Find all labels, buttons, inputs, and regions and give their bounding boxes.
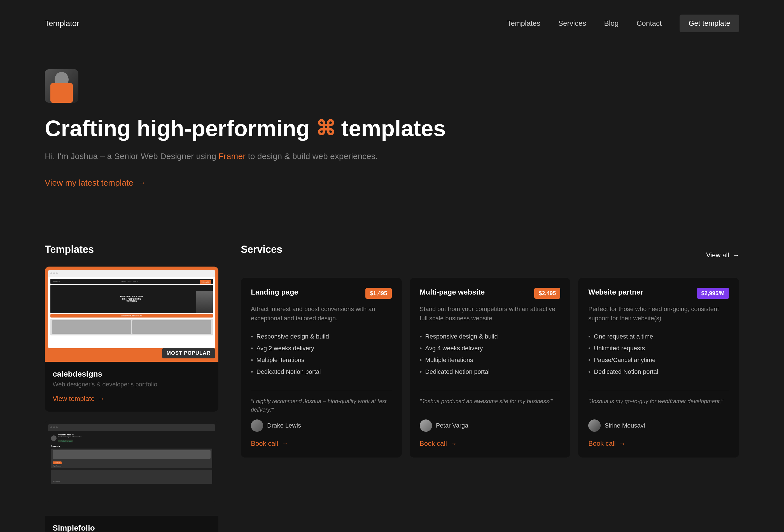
- testimonial-name-0: Drake Lewis: [267, 422, 301, 429]
- service-feature-0-0: Responsive design & build: [251, 331, 392, 342]
- testimonial-text-1: "Joshua produced an awesome site for my …: [420, 397, 561, 414]
- service-feature-0-3: Dedicated Notion portal: [251, 366, 392, 378]
- view-template-button-0[interactable]: View template →: [53, 395, 211, 403]
- dark-project-img-1: [53, 450, 211, 459]
- mini-dot-6: [56, 426, 58, 428]
- services-section: Services View all → Landing page $1,495 …: [241, 244, 739, 532]
- dark-profile-name: Vincent Moore: [58, 433, 82, 436]
- template-card-1: Vincent Moore Product Designer & Framer …: [45, 421, 218, 532]
- template-name-0: calebdesigns: [53, 370, 211, 379]
- view-all-button[interactable]: View all →: [706, 251, 739, 259]
- nav-link-services[interactable]: Services: [558, 19, 586, 28]
- book-call-label-0: Book call: [251, 440, 278, 447]
- service-desc-0: Attract interest and boost conversions w…: [251, 304, 392, 323]
- template-info-1: Simplefolio Creative freelancer portfoli…: [45, 516, 218, 532]
- service-divider-0: [251, 390, 392, 390]
- mini-dot-5: [53, 426, 55, 428]
- book-call-button-1[interactable]: Book call →: [420, 440, 561, 447]
- book-call-button-0[interactable]: Book call →: [251, 440, 392, 447]
- mini-browser-content-0: calebdesign Benefits Pricing Projects Ge…: [48, 277, 215, 348]
- view-all-arrow: →: [732, 251, 739, 259]
- services-grid: Landing page $1,495 Attract interest and…: [241, 278, 739, 457]
- template-info-0: calebdesigns Web designer's & developer'…: [45, 362, 218, 412]
- hero-subtitle-part2: to design & build web experiences.: [246, 151, 378, 161]
- hero-cta-button[interactable]: View my latest template →: [45, 178, 739, 188]
- template-preview-inner-0: calebdesign Benefits Pricing Projects Ge…: [45, 267, 218, 362]
- testimonial-author-2: Sirine Mousavi: [588, 419, 729, 432]
- avatar-face-2: [588, 419, 600, 432]
- service-feature-2-3: Dedicated Notion portal: [588, 366, 729, 378]
- hero-title-part1: Crafting high-performing: [45, 116, 310, 141]
- book-call-label-1: Book call: [420, 440, 447, 447]
- mini-browser-bar-0: [48, 270, 215, 277]
- testimonial-avatar-1: [420, 419, 432, 432]
- dark-profile-area: Vincent Moore Product Designer & Framer …: [51, 433, 212, 443]
- nav-link-templates[interactable]: Templates: [507, 19, 540, 28]
- avatar-body: [50, 83, 73, 103]
- avatar: [45, 69, 78, 103]
- hero-section: Crafting high-performing ⌘ templates Hi,…: [0, 47, 784, 221]
- view-template-arrow-0: →: [98, 395, 105, 403]
- mini-browser-1: Vincent Moore Product Designer & Framer …: [48, 424, 215, 502]
- testimonial-name-2: Sirine Mousavi: [605, 422, 645, 429]
- price-badge-0: $1,495: [365, 288, 391, 299]
- site-logo[interactable]: Templator: [45, 19, 79, 28]
- templates-grid: calebdesign Benefits Pricing Projects Ge…: [45, 267, 218, 532]
- main-content: Templates calebd: [0, 221, 784, 532]
- mini-browser-bar-1: [48, 424, 215, 431]
- framer-link[interactable]: Framer: [218, 151, 246, 161]
- get-template-button[interactable]: Get template: [679, 15, 739, 32]
- price-badge-1: $2,495: [534, 288, 560, 299]
- service-card-1: Multi-page website $2,495 Stand out from…: [410, 278, 571, 457]
- service-feature-1-1: Avg 4 weeks delivery: [420, 342, 561, 354]
- most-popular-badge: MOST POPULAR: [162, 348, 215, 358]
- testimonial-name-1: Petar Varga: [436, 422, 469, 429]
- nav-link-blog[interactable]: Blog: [604, 19, 618, 28]
- testimonial-author-0: Drake Lewis: [251, 419, 392, 432]
- mini-cta-btn: Get template: [200, 280, 211, 284]
- hero-subtitle: Hi, I'm Joshua – a Senior Web Designer u…: [45, 150, 739, 162]
- service-features-0: Responsive design & build Avg 2 weeks de…: [251, 331, 392, 378]
- hero-cta-label: View my latest template: [45, 178, 133, 188]
- service-feature-1-3: Dedicated Notion portal: [420, 366, 561, 378]
- template-card-0: calebdesign Benefits Pricing Projects Ge…: [45, 267, 218, 412]
- service-features-2: One request at a time Unlimited requests…: [588, 331, 729, 378]
- services-header: Services View all →: [241, 244, 739, 267]
- mini-dot-2: [53, 273, 55, 274]
- mini-orange-bar: LET'S START BUILDING YOURS: [50, 314, 213, 317]
- dark-avatar-mini: [51, 436, 57, 441]
- service-header-0: Landing page $1,495: [251, 288, 392, 299]
- service-divider-2: [588, 390, 729, 390]
- service-desc-1: Stand out from your competitors with an …: [420, 304, 561, 323]
- service-divider-1: [420, 390, 561, 390]
- template-preview-0: calebdesign Benefits Pricing Projects Ge…: [45, 267, 218, 362]
- service-feature-2-1: Unlimited requests: [588, 342, 729, 354]
- template-desc-0: Web designer's & developer's portfolio: [53, 381, 211, 388]
- dark-projects-title: Projects: [51, 445, 212, 447]
- mini-browser-content-1: Vincent Moore Product Designer & Framer …: [48, 431, 215, 502]
- view-all-label: View all: [706, 251, 729, 259]
- hero-subtitle-part1: Hi, I'm Joshua – a Senior Web Designer u…: [45, 151, 218, 161]
- view-template-label-0: View template: [53, 395, 95, 403]
- service-title-2: Website partner: [588, 288, 692, 297]
- avatar-face-1: [420, 419, 432, 432]
- nav-link-contact[interactable]: Contact: [637, 19, 662, 28]
- book-call-button-2[interactable]: Book call →: [588, 440, 729, 447]
- dark-project-tag-1: 10x Studio: [53, 461, 62, 464]
- nav-links: Templates Services Blog Contact Get temp…: [507, 15, 739, 32]
- testimonial-author-1: Petar Varga: [420, 419, 561, 432]
- book-call-arrow-2: →: [619, 440, 626, 447]
- service-feature-1-0: Responsive design & build: [420, 331, 561, 342]
- book-call-arrow-0: →: [281, 440, 288, 447]
- testimonial-text-0: "I highly recommend Joshua – high-qualit…: [251, 397, 392, 414]
- templates-section: Templates calebd: [45, 244, 218, 532]
- avatar-face-0: [251, 419, 263, 432]
- service-feature-0-1: Avg 2 weeks delivery: [251, 342, 392, 354]
- service-features-1: Responsive design & build Avg 4 weeks de…: [420, 331, 561, 378]
- testimonial-avatar-0: [251, 419, 263, 432]
- mini-dot-4: [50, 426, 52, 428]
- service-feature-2-2: Pause/Cancel anytime: [588, 354, 729, 366]
- hero-title: Crafting high-performing ⌘ templates: [45, 116, 739, 141]
- dark-profile-role: Product Designer & Framer Dev: [58, 436, 82, 438]
- mini-nav-bar-0: calebdesign Benefits Pricing Projects Ge…: [50, 279, 213, 284]
